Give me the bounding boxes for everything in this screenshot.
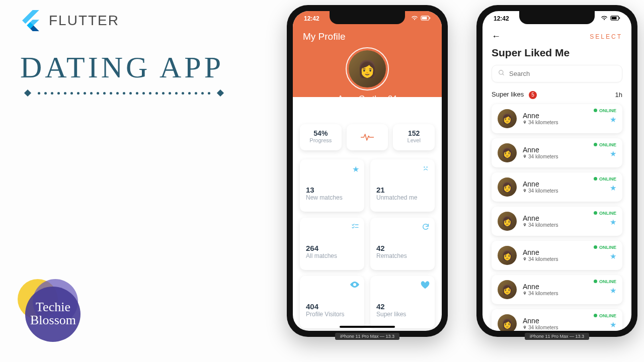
super-like-list[interactable]: 👩 Anne 34 kilometers ONLINE ★ 👩 Anne 34 …	[492, 104, 622, 331]
all-matches-card[interactable]: 264 All matches	[300, 218, 364, 270]
list-item-name: Anne	[523, 146, 558, 154]
list-item-name: Anne	[523, 214, 558, 222]
eye-icon	[350, 281, 359, 290]
star-icon[interactable]: ★	[594, 149, 616, 158]
status-time: 12:42	[304, 15, 319, 22]
list-item-distance: 34 kilometers	[523, 188, 558, 194]
list-item[interactable]: 👩 Anne 34 kilometers ONLINE ★	[492, 138, 622, 167]
card-value: 264	[306, 244, 358, 252]
svg-rect-10	[619, 17, 620, 19]
status-icons	[411, 15, 431, 22]
svg-rect-9	[612, 17, 617, 20]
notch	[519, 11, 595, 24]
list-item-distance: 34 kilometers	[523, 325, 558, 330]
avatar: 👩	[498, 280, 517, 299]
wifi-icon	[411, 15, 418, 22]
card-value: 42	[376, 244, 429, 252]
list-item-distance: 34 kilometers	[523, 222, 558, 228]
visitors-card[interactable]: 404 Profile Visitors	[300, 276, 364, 328]
star-icon[interactable]: ★	[594, 115, 616, 124]
star-icon[interactable]: ★	[594, 252, 616, 261]
techie-blossom-logo: TechieBlossom	[15, 272, 91, 347]
flutter-brand: FLUTTER	[20, 10, 119, 31]
level-chip[interactable]: 152 Level	[393, 124, 435, 150]
list-item-name: Anne	[523, 112, 558, 120]
list-item[interactable]: 👩 Anne 34 kilometers ONLINE ★	[492, 172, 622, 202]
svg-point-11	[499, 70, 503, 74]
card-label: Profile Visitors	[306, 311, 358, 318]
status-icons	[601, 15, 620, 22]
list-item[interactable]: 👩 Anne 34 kilometers ONLINE ★	[492, 241, 622, 270]
online-badge: ONLINE	[594, 108, 616, 113]
list-item[interactable]: 👩 Anne 34 kilometers ONLINE ★	[492, 309, 622, 331]
flutter-logo-icon	[20, 10, 41, 31]
level-value: 152	[396, 129, 432, 137]
progress-label: Progress	[303, 137, 339, 143]
svg-line-12	[503, 74, 504, 75]
back-button[interactable]: ←	[492, 31, 501, 42]
wifi-icon	[601, 15, 608, 22]
battery-icon	[421, 15, 431, 22]
stats-label: Super likes	[492, 90, 524, 98]
rematches-card[interactable]: 42 Rematches	[370, 218, 435, 270]
list-item[interactable]: 👩 Anne 34 kilometers ONLINE ★	[492, 275, 622, 304]
list-item[interactable]: 👩 Anne 34 kilometers ONLINE ★	[492, 104, 622, 133]
avatar: 👩	[498, 109, 517, 128]
select-button[interactable]: SELECT	[590, 33, 622, 40]
stats-time: 1h	[615, 91, 622, 99]
unmatched-card[interactable]: 21 Unmatched me	[370, 159, 435, 212]
list-item-name: Anne	[523, 180, 558, 188]
online-badge: ONLINE	[594, 176, 616, 182]
new-matches-card[interactable]: ★ 13 New matches	[300, 159, 364, 212]
home-indicator[interactable]	[340, 326, 395, 328]
svg-point-7	[354, 284, 356, 286]
avatar-ring[interactable]: 👩	[346, 47, 389, 90]
card-value: 404	[306, 302, 358, 311]
list-item-name: Anne	[523, 317, 558, 325]
star-icon[interactable]: ★	[594, 184, 616, 193]
notch	[330, 11, 405, 24]
location-pin-icon	[523, 188, 527, 194]
activity-chip[interactable]	[347, 124, 388, 150]
phone-profile: 12:42 My Profile 👩 Anne Grethe, 24 34 k	[287, 5, 448, 337]
progress-chip[interactable]: 54% Progress	[300, 124, 342, 150]
super-likes-card[interactable]: 42 Super likes	[370, 276, 435, 328]
level-label: Level	[396, 137, 432, 143]
star-icon[interactable]: ★	[594, 218, 616, 227]
card-value: 42	[376, 302, 429, 311]
profile-name: Anne Grethe, 24	[293, 95, 442, 104]
avatar: 👩	[498, 177, 517, 197]
sad-face-icon	[422, 164, 430, 174]
card-value: 13	[306, 186, 358, 194]
search-icon	[498, 69, 505, 78]
online-badge: ONLINE	[594, 245, 616, 250]
heart-icon	[421, 281, 430, 291]
techie-blossom-text: TechieBlossom	[30, 301, 76, 327]
location-pin-icon	[523, 120, 527, 125]
search-box[interactable]	[492, 65, 622, 82]
heartbeat-icon	[350, 129, 385, 145]
avatar: 👩	[498, 314, 517, 331]
search-input[interactable]	[509, 70, 616, 77]
star-icon[interactable]: ★	[594, 320, 616, 329]
profile-header-title: My Profile	[293, 31, 442, 42]
location-pin-icon	[523, 256, 527, 262]
star-icon: ★	[352, 164, 359, 174]
list-item-distance: 34 kilometers	[523, 291, 558, 296]
divider	[20, 90, 228, 96]
star-icon[interactable]: ★	[594, 286, 616, 295]
flutter-label: FLUTTER	[49, 13, 119, 29]
location-pin-icon	[523, 154, 527, 159]
screen-title: Super Liked Me	[492, 47, 622, 59]
location-pin-icon	[523, 222, 527, 228]
page-title: DATING APP	[20, 50, 224, 85]
card-label: Super likes	[376, 311, 429, 318]
battery-icon	[610, 15, 620, 22]
top-bar: ← SELECT	[492, 31, 622, 42]
svg-point-3	[424, 166, 425, 167]
stats-grid: ★ 13 New matches 21 Unmatched me 264 All…	[300, 159, 435, 326]
list-item[interactable]: 👩 Anne 34 kilometers ONLINE ★	[492, 207, 622, 236]
phone-super-liked: 12:42 ← SELECT Super Liked Me	[476, 5, 637, 337]
online-badge: ONLINE	[594, 279, 616, 284]
card-label: New matches	[306, 194, 358, 201]
